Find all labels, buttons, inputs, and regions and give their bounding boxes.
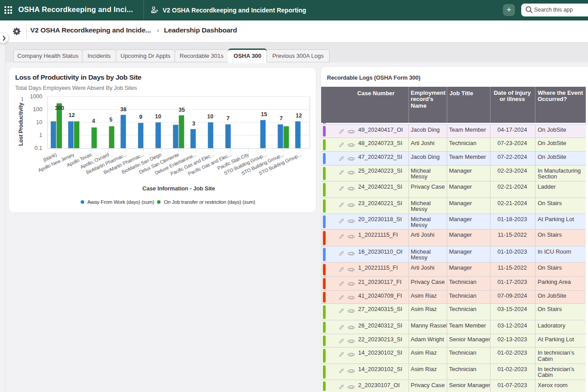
svg-text:100: 100 bbox=[33, 106, 42, 113]
svg-text:7: 7 bbox=[227, 115, 230, 121]
svg-text:Case Information - Job Site: Case Information - Job Site bbox=[143, 185, 215, 192]
svg-text:0.1: 0.1 bbox=[35, 145, 42, 151]
svg-text:38: 38 bbox=[120, 106, 127, 113]
svg-text:1000: 1000 bbox=[30, 93, 42, 100]
svg-text:10: 10 bbox=[207, 113, 213, 120]
svg-text:3: 3 bbox=[192, 121, 196, 127]
svg-text:9: 9 bbox=[139, 114, 143, 120]
svg-text:12: 12 bbox=[69, 112, 75, 118]
svg-text:10: 10 bbox=[155, 113, 161, 120]
svg-text:Away From Work (days) (sum): Away From Work (days) (sum) bbox=[87, 199, 154, 205]
svg-text:300: 300 bbox=[55, 105, 64, 111]
svg-text:4: 4 bbox=[92, 118, 95, 124]
svg-text:12: 12 bbox=[296, 113, 302, 119]
svg-text:1: 1 bbox=[39, 132, 42, 138]
svg-text:10: 10 bbox=[36, 119, 42, 125]
svg-text:Loss of Productivity in Days b: Loss of Productivity in Days by Job Site bbox=[15, 73, 142, 81]
svg-text:7: 7 bbox=[280, 115, 283, 121]
svg-text:Lost Productivity ...: Lost Productivity ... bbox=[18, 97, 24, 146]
svg-text:Total Days Employees Were Abse: Total Days Employees Were Absent By Job … bbox=[15, 85, 137, 91]
svg-text:35: 35 bbox=[179, 107, 185, 113]
svg-text:5: 5 bbox=[110, 117, 113, 123]
svg-text:On Job transfer or restriction: On Job transfer or restriction (days) (s… bbox=[164, 199, 255, 205]
svg-text:15: 15 bbox=[261, 111, 267, 117]
